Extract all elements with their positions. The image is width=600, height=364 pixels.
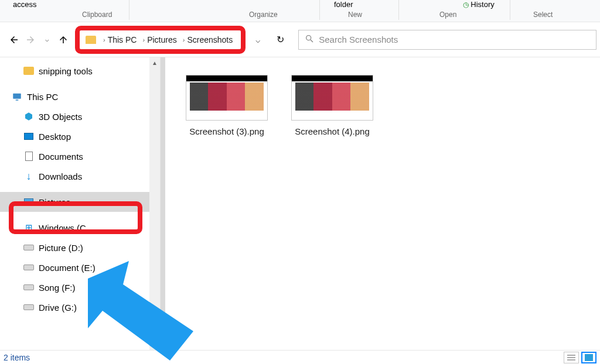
tree-item-label: Desktop: [39, 132, 71, 142]
view-details-button[interactable]: [564, 352, 579, 363]
tree-item-pictures[interactable]: Pictures: [0, 192, 160, 212]
tree-item-label: Song (F:): [39, 283, 76, 293]
folder-icon: [23, 67, 34, 75]
tree-item-this-pc[interactable]: This PC: [0, 87, 160, 107]
svg-rect-8: [585, 354, 593, 361]
file-label: Screenshot (4).png: [288, 125, 376, 138]
windows-icon: ⊞: [23, 222, 34, 233]
svg-line-1: [311, 40, 313, 42]
file-item[interactable]: Screenshot (4).png: [288, 75, 376, 138]
tree-item-label: Documents: [39, 152, 83, 162]
splitter[interactable]: [161, 57, 165, 350]
tree-item-label: Pictures: [39, 197, 70, 207]
tree-item-snipping[interactable]: snipping tools: [0, 61, 160, 81]
tree-item-3d-objects[interactable]: 3D Objects: [0, 107, 160, 126]
tree-item-desktop[interactable]: Desktop: [0, 126, 160, 146]
chevron-right-icon: ›: [103, 36, 105, 43]
recent-locations-button[interactable]: ⌵: [40, 33, 54, 47]
content-pane[interactable]: Screenshot (3).png Screenshot (4).png: [165, 57, 600, 350]
tree-item-drive-f[interactable]: Song (F:): [0, 277, 160, 297]
ribbon-new-folder[interactable]: folder: [334, 0, 353, 9]
file-item[interactable]: Screenshot (3).png: [183, 75, 271, 138]
tree-item-label: 3D Objects: [39, 112, 82, 122]
tree-item-drive-g[interactable]: Drive (G:): [0, 297, 160, 317]
tree-item-documents[interactable]: Documents: [0, 146, 160, 166]
address-bar[interactable]: ›This PC ›Pictures ›Screenshots: [75, 26, 246, 54]
svg-point-0: [306, 36, 311, 40]
breadcrumb-segment[interactable]: Screenshots: [187, 35, 233, 44]
download-icon: ↓: [23, 171, 34, 181]
tree-item-drive-d[interactable]: Picture (D:): [0, 238, 160, 257]
cube-icon: [23, 111, 34, 122]
svg-rect-2: [13, 94, 21, 99]
navigation-tree[interactable]: snipping tools This PC 3D Objects Deskto…: [0, 57, 161, 350]
ribbon-quick-access: access: [13, 0, 36, 9]
ribbon-group-clipboard: Clipboard: [82, 11, 112, 19]
scroll-up-icon[interactable]: ▲: [152, 60, 158, 66]
file-label: Screenshot (3).png: [183, 125, 271, 138]
document-icon: [25, 152, 33, 161]
up-button[interactable]: [56, 33, 70, 47]
ribbon-group-select: Select: [533, 11, 553, 19]
view-toggles: [564, 352, 596, 363]
tree-item-label: This PC: [27, 92, 58, 102]
address-row: ⌵ ›This PC ›Pictures ›Screenshots ⌵ ↻: [0, 22, 600, 57]
refresh-button[interactable]: ↻: [270, 30, 290, 49]
address-dropdown[interactable]: ⌵: [248, 30, 268, 49]
breadcrumb-segment[interactable]: Pictures: [147, 35, 177, 44]
desktop-icon: [24, 133, 33, 140]
status-item-count: 2 items: [4, 353, 30, 362]
tree-item-label: Downloads: [39, 171, 82, 181]
pictures-icon: [24, 198, 33, 205]
view-thumbnails-button[interactable]: [581, 352, 596, 363]
tree-item-label: Document (E:): [39, 263, 96, 273]
ribbon-bar: access Clipboard Organize folder New Ope…: [0, 0, 600, 22]
drive-icon: [23, 245, 34, 250]
ribbon-group-organize: Organize: [249, 11, 278, 19]
ribbon-group-open: Open: [439, 11, 456, 19]
drive-icon: [23, 265, 34, 270]
tree-item-label: Windows (C: [39, 223, 86, 233]
status-bar: 2 items: [0, 350, 600, 364]
search-box[interactable]: [298, 30, 596, 50]
folder-icon: [86, 36, 96, 44]
tree-item-label: Drive (G:): [39, 303, 77, 313]
tree-item-label: Picture (D:): [39, 243, 83, 253]
tree-item-downloads[interactable]: ↓ Downloads: [0, 166, 160, 186]
tree-item-label: snipping tools: [39, 66, 93, 76]
chevron-right-icon: ›: [142, 36, 145, 43]
ribbon-group-new: New: [348, 11, 362, 19]
search-icon: [305, 34, 314, 45]
file-thumbnail: [291, 75, 373, 121]
search-input[interactable]: [319, 35, 590, 44]
back-button[interactable]: [7, 33, 21, 47]
tree-item-drive-e[interactable]: Document (E:): [0, 257, 160, 277]
drive-icon: [23, 304, 34, 310]
ribbon-history[interactable]: ◷ History: [463, 0, 495, 9]
forward-button[interactable]: [23, 33, 38, 47]
file-thumbnail: [186, 75, 268, 121]
tree-item-windows-c[interactable]: ⊞ Windows (C: [0, 218, 160, 238]
drive-icon: [23, 284, 34, 290]
chevron-right-icon: ›: [183, 36, 185, 43]
tree-scrollbar[interactable]: ▲ ▼: [149, 57, 160, 350]
breadcrumb-segment[interactable]: This PC: [108, 35, 137, 44]
pc-icon: [12, 91, 22, 102]
svg-rect-3: [16, 99, 19, 101]
scroll-down-icon[interactable]: ▼: [152, 341, 158, 348]
main-area: snipping tools This PC 3D Objects Deskto…: [0, 57, 600, 350]
